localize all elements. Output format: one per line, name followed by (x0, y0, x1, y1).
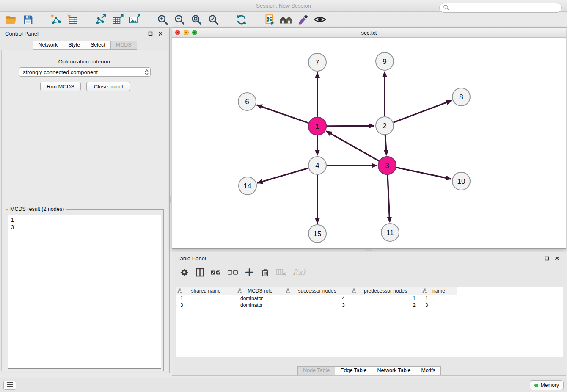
graph-node-8[interactable]: 8 (452, 88, 470, 106)
tab-network-table[interactable]: Network Table (372, 366, 416, 375)
column-header-predecessor-nodes[interactable]: predecessor nodes (350, 287, 421, 295)
search-input[interactable] (451, 4, 558, 11)
minimize-window-icon[interactable] (184, 30, 189, 35)
zoom-in-icon[interactable] (156, 13, 169, 26)
tab-network[interactable]: Network (33, 41, 63, 50)
column-header-successor-nodes[interactable]: successor nodes (284, 287, 350, 295)
close-panel-icon[interactable] (157, 30, 164, 37)
clone-network-icon[interactable] (262, 13, 276, 26)
network-window-title: scc.txt (361, 30, 377, 36)
zoom-out-icon[interactable] (173, 13, 186, 26)
column-label: MCDS role (248, 288, 272, 294)
tab-edge-table[interactable]: Edge Table (335, 366, 372, 375)
column-header-name[interactable]: name (421, 287, 457, 295)
table-options-gear-icon[interactable] (179, 267, 189, 278)
memory-button[interactable]: Memory (530, 380, 564, 390)
graph-node-10[interactable]: 10 (452, 172, 470, 190)
search-box[interactable] (439, 3, 562, 13)
select-all-rows-icon[interactable] (210, 267, 222, 278)
control-panel: Control Panel NetworkStyleSelectMCDS Opt… (0, 28, 170, 373)
result-line: 3 (11, 224, 158, 231)
save-session-icon[interactable] (21, 13, 35, 26)
graph-node-9[interactable]: 9 (376, 52, 394, 70)
edge-2-8[interactable] (394, 100, 452, 122)
task-history-button[interactable] (3, 381, 16, 390)
svg-text:3: 3 (385, 162, 389, 170)
export-network-icon[interactable] (94, 13, 107, 26)
add-column-icon[interactable] (244, 267, 254, 278)
splitter-handle-vertical[interactable] (170, 196, 171, 203)
graph-node-11[interactable]: 11 (381, 224, 399, 241)
svg-text:4: 4 (315, 162, 319, 170)
memory-status-icon (534, 384, 538, 387)
zoom-fit-icon[interactable] (190, 13, 203, 26)
edge-1-2[interactable] (327, 126, 374, 126)
export-image-icon[interactable] (128, 13, 141, 26)
refresh-view-icon[interactable] (234, 13, 248, 26)
edge-3-1[interactable] (326, 131, 379, 161)
import-table-icon[interactable] (66, 13, 80, 26)
split-pane-icon[interactable] (195, 267, 205, 278)
show-hide-panel-icon[interactable] (313, 13, 327, 26)
float-panel-icon[interactable] (146, 30, 154, 37)
zoom-selected-icon[interactable] (206, 13, 220, 26)
table-row[interactable]: 1dominator411 (176, 295, 563, 302)
graph-node-7[interactable]: 7 (308, 53, 326, 71)
svg-text:9: 9 (383, 58, 386, 66)
network-canvas[interactable]: 7968124314101511 (172, 38, 566, 248)
cell-predecessor-nodes: 2 (350, 302, 421, 309)
splitter-handle-horizontal[interactable] (365, 249, 372, 251)
column-header-shared-name[interactable]: shared name (176, 287, 236, 295)
delete-column-icon[interactable] (260, 267, 270, 278)
close-window-icon[interactable] (175, 30, 180, 35)
tab-select[interactable]: Select (85, 41, 111, 50)
import-network-icon[interactable] (49, 13, 63, 26)
apply-style-icon[interactable] (296, 13, 310, 26)
edge-3-10[interactable] (396, 168, 451, 179)
control-panel-header: Control Panel (0, 28, 169, 39)
cell-predecessor-nodes: 1 (350, 295, 421, 302)
export-table-icon[interactable] (111, 13, 124, 26)
traffic-lights (175, 30, 197, 35)
deselect-all-rows-icon[interactable] (227, 267, 239, 278)
mcds-result-text[interactable]: 13 (8, 215, 161, 369)
criterion-dropdown[interactable]: strongly connected component (19, 67, 151, 77)
graph-node-6[interactable]: 6 (238, 93, 256, 110)
graph-node-15[interactable]: 15 (308, 225, 326, 243)
graph-node-3[interactable]: 3 (378, 157, 396, 174)
status-bar: Memory (0, 378, 567, 392)
window-title: Session: New Session (256, 3, 311, 9)
control-panel-title: Control Panel (5, 30, 39, 37)
tab-motifs[interactable]: Motifs (416, 366, 440, 375)
table-row[interactable]: 3dominator323 (176, 302, 563, 309)
column-header-mcds-role[interactable]: MCDS role (236, 287, 284, 295)
float-table-panel-icon[interactable] (543, 254, 550, 262)
table-toolbar: f(x) (172, 265, 566, 279)
graph-node-14[interactable]: 14 (239, 177, 256, 195)
run-mcds-button[interactable]: Run MCDS (40, 82, 81, 91)
first-neighbors-icon[interactable] (279, 13, 293, 26)
network-window-titlebar[interactable]: scc.txt (172, 28, 566, 38)
function-builder-icon: f(x) (292, 267, 306, 278)
svg-text:10: 10 (457, 177, 465, 185)
graph-node-2[interactable]: 2 (376, 117, 394, 135)
edge-3-11[interactable] (388, 175, 390, 222)
close-table-panel-icon[interactable] (553, 254, 561, 262)
open-file-icon[interactable] (4, 13, 18, 26)
graph-node-4[interactable]: 4 (308, 157, 326, 174)
tab-style[interactable]: Style (63, 41, 85, 50)
optimization-criterion-label: Optimization criterion: (2, 58, 168, 65)
column-label: shared name (191, 288, 220, 294)
column-tree-icon (237, 288, 242, 295)
close-panel-button[interactable]: Close panel (86, 82, 130, 91)
edge-2-3[interactable] (385, 135, 386, 155)
svg-text:15: 15 (314, 230, 322, 238)
zoom-window-icon[interactable] (192, 30, 197, 35)
tab-node-table[interactable]: Node Table (297, 366, 335, 375)
toolbar-separator (83, 19, 91, 20)
edge-1-6[interactable] (257, 105, 309, 123)
graph-node-1[interactable]: 1 (308, 117, 326, 135)
cell-name: 1 (421, 295, 457, 302)
edge-4-14[interactable] (257, 168, 308, 183)
tab-mcds[interactable]: MCDS (110, 41, 137, 50)
